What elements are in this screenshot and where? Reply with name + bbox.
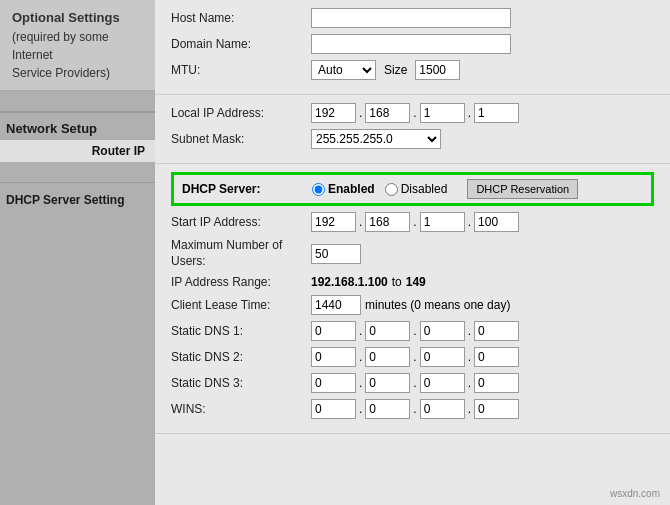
mtu-controls: Auto Manual Size (311, 60, 460, 80)
dns2-2[interactable] (365, 347, 410, 367)
static-dns2-label: Static DNS 2: (171, 350, 311, 364)
dhcp-section: DHCP Server: Enabled Disabled DHCP Reser… (155, 164, 670, 434)
wins-3[interactable] (420, 399, 465, 419)
subnet-mask-label: Subnet Mask: (171, 132, 311, 146)
subnet-mask-select[interactable]: 255.255.255.0 (311, 129, 441, 149)
lease-time-input[interactable] (311, 295, 361, 315)
lease-time-row: Client Lease Time: minutes (0 means one … (171, 295, 654, 315)
local-ip-label: Local IP Address: (171, 106, 311, 120)
static-dns2-row: Static DNS 2: . . . (171, 347, 654, 367)
start-ip-label: Start IP Address: (171, 215, 311, 229)
mtu-select[interactable]: Auto Manual (311, 60, 376, 80)
lease-time-label: Client Lease Time: (171, 298, 311, 312)
ip-range-label: IP Address Range: (171, 275, 311, 289)
start-ip-3[interactable] (420, 212, 465, 232)
wins-4[interactable] (474, 399, 519, 419)
start-ip-4[interactable] (474, 212, 519, 232)
dhcp-radio-group: Enabled Disabled DHCP Reservation (312, 179, 578, 199)
local-ip-4[interactable] (474, 103, 519, 123)
dhcp-disabled-label: Disabled (401, 182, 448, 196)
optional-settings-title: Optional Settings (12, 8, 143, 28)
dns3-4[interactable] (474, 373, 519, 393)
optional-settings-header: Optional Settings (required by some Inte… (0, 0, 155, 91)
static-dns1-label: Static DNS 1: (171, 324, 311, 338)
sidebar: Optional Settings (required by some Inte… (0, 0, 155, 505)
subnet-mask-row: Subnet Mask: 255.255.255.0 (171, 129, 654, 149)
ip-sep-2: . (413, 106, 416, 120)
dhcp-disabled-option[interactable]: Disabled (385, 182, 448, 196)
dns1-1[interactable] (311, 321, 356, 341)
local-ip-group: . . . (311, 103, 519, 123)
local-ip-row: Local IP Address: . . . (171, 103, 654, 123)
local-ip-2[interactable] (365, 103, 410, 123)
wins-row: WINS: . . . (171, 399, 654, 419)
dhcp-disabled-radio[interactable] (385, 183, 398, 196)
mtu-size-input[interactable] (415, 60, 460, 80)
local-ip-3[interactable] (420, 103, 465, 123)
wins-group: . . . (311, 399, 519, 419)
router-ip-section: Local IP Address: . . . Subnet Mask: 25 (155, 95, 670, 164)
host-name-label: Host Name: (171, 11, 311, 25)
dhcp-server-setting-label: DHCP Server Setting (0, 183, 155, 211)
static-dns2-group: . . . (311, 347, 519, 367)
mtu-row: MTU: Auto Manual Size (171, 60, 654, 80)
static-dns1-group: . . . (311, 321, 519, 341)
dhcp-enabled-radio[interactable] (312, 183, 325, 196)
ip-range-start: 192.168.1.100 (311, 275, 388, 289)
domain-name-row: Domain Name: (171, 34, 654, 54)
dns1-2[interactable] (365, 321, 410, 341)
start-ip-row: Start IP Address: . . . (171, 212, 654, 232)
domain-name-label: Domain Name: (171, 37, 311, 51)
static-dns3-row: Static DNS 3: . . . (171, 373, 654, 393)
domain-name-input[interactable] (311, 34, 511, 54)
dns1-3[interactable] (420, 321, 465, 341)
max-users-input[interactable] (311, 244, 361, 264)
host-name-input[interactable] (311, 8, 511, 28)
max-users-row: Maximum Number of Users: (171, 238, 654, 269)
dns3-3[interactable] (420, 373, 465, 393)
ip-range-to: to (392, 275, 402, 289)
dns2-1[interactable] (311, 347, 356, 367)
ip-range-row: IP Address Range: 192.168.1.100 to 149 (171, 275, 654, 289)
network-setup-label: Network Setup (0, 112, 155, 140)
host-name-row: Host Name: (171, 8, 654, 28)
dhcp-enabled-option[interactable]: Enabled (312, 182, 375, 196)
ip-range-end: 149 (406, 275, 426, 289)
watermark: wsxdn.com (610, 488, 660, 499)
wins-1[interactable] (311, 399, 356, 419)
static-dns1-row: Static DNS 1: . . . (171, 321, 654, 341)
sidebar-item-router-ip[interactable]: Router IP (0, 140, 155, 162)
wins-2[interactable] (365, 399, 410, 419)
lease-time-unit: minutes (0 means one day) (365, 298, 510, 312)
static-dns3-group: . . . (311, 373, 519, 393)
dns2-4[interactable] (474, 347, 519, 367)
ip-sep-3: . (468, 106, 471, 120)
dns2-3[interactable] (420, 347, 465, 367)
dns3-2[interactable] (365, 373, 410, 393)
static-dns3-label: Static DNS 3: (171, 376, 311, 390)
dhcp-reservation-button[interactable]: DHCP Reservation (467, 179, 578, 199)
content-area: Host Name: Domain Name: MTU: Auto Manual… (155, 0, 670, 505)
basic-settings-section: Host Name: Domain Name: MTU: Auto Manual… (155, 0, 670, 95)
dhcp-server-row: DHCP Server: Enabled Disabled DHCP Reser… (171, 172, 654, 206)
start-ip-1[interactable] (311, 212, 356, 232)
start-ip-group: . . . (311, 212, 519, 232)
dns1-4[interactable] (474, 321, 519, 341)
local-ip-1[interactable] (311, 103, 356, 123)
mtu-label: MTU: (171, 63, 311, 77)
wins-label: WINS: (171, 402, 311, 416)
dns3-1[interactable] (311, 373, 356, 393)
mtu-size-label: Size (384, 63, 407, 77)
max-users-label: Maximum Number of Users: (171, 238, 311, 269)
dhcp-server-field-label: DHCP Server: (182, 182, 312, 196)
dhcp-enabled-label: Enabled (328, 182, 375, 196)
ip-sep-1: . (359, 106, 362, 120)
start-ip-2[interactable] (365, 212, 410, 232)
optional-settings-subtitle: (required by some InternetService Provid… (12, 28, 143, 82)
